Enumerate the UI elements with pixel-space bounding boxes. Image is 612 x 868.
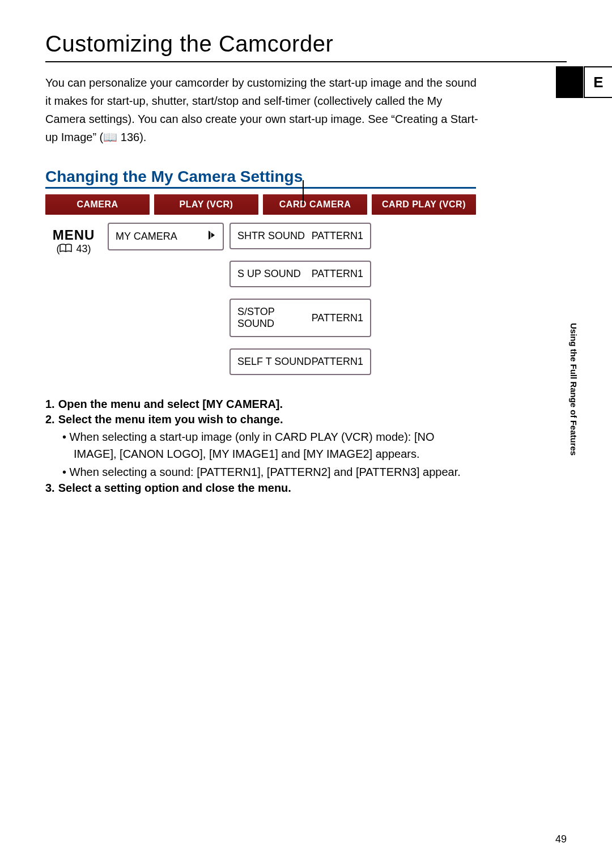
side-section-label: Using the Full Range of Features	[561, 323, 578, 459]
step-text: Open the menu and select [MY CAMERA].	[58, 398, 283, 410]
menu-item-name: SELF T SOUND	[237, 356, 311, 368]
menu-item-selft: SELF T SOUND PATTERN1	[230, 348, 371, 375]
page-title: Customizing the Camcorder	[45, 31, 567, 62]
menu-item-sstop: S/STOP SOUND PATTERN1	[230, 299, 371, 337]
menu-item-value: PATTERN1	[312, 230, 363, 242]
mode-row: CAMERA PLAY (VCR) CARD CAMERA CARD PLAY …	[45, 194, 476, 215]
step-num: 1.	[45, 398, 55, 410]
menu-item-value: PATTERN1	[312, 312, 363, 324]
menu-page-ref: ( 43)	[45, 243, 102, 255]
step-text: Select the menu item you wish to change.	[58, 413, 283, 426]
step-num: 3.	[45, 482, 55, 494]
mode-play-vcr: PLAY (VCR)	[154, 194, 258, 215]
menu-item-value: PATTERN1	[312, 356, 363, 368]
step-2: 2.Select the menu item you wish to chang…	[45, 413, 476, 426]
step-1: 1.Open the menu and select [MY CAMERA].	[45, 398, 476, 411]
steps: 1.Open the menu and select [MY CAMERA]. …	[45, 398, 476, 495]
menu-col1: MY CAMERA	[108, 223, 224, 386]
step-num: 2.	[45, 413, 55, 426]
menu-label: MENU	[45, 227, 102, 243]
menu-item-sup: S UP SOUND PATTERN1	[230, 261, 371, 287]
chevron-right-icon	[208, 230, 216, 243]
step-3: 3.Select a setting option and close the …	[45, 482, 476, 495]
menu-col2: SHTR SOUND PATTERN1 S UP SOUND PATTERN1 …	[230, 223, 371, 386]
menu-item-name: S UP SOUND	[237, 268, 301, 280]
menu-item-shtr: SHTR SOUND PATTERN1	[230, 223, 371, 249]
menu-my-camera-label: MY CAMERA	[116, 231, 177, 242]
section-heading: Changing the My Camera Settings	[45, 168, 476, 189]
menu-item-value: PATTERN1	[312, 268, 363, 280]
mode-card-camera: CARD CAMERA	[263, 194, 367, 215]
language-e-tab: E	[584, 66, 612, 98]
step-2a: • When selecting a start-up image (only …	[62, 428, 476, 462]
mode-camera: CAMERA	[45, 194, 150, 215]
side-black-bar	[556, 66, 583, 98]
mode-card-play-vcr: CARD PLAY (VCR)	[372, 194, 476, 215]
mode-separator-line	[303, 180, 304, 204]
step-2b: • When selecting a sound: [PATTERN1], [P…	[62, 463, 476, 480]
page-number: 49	[555, 833, 567, 845]
menu-item-name: SHTR SOUND	[237, 230, 305, 242]
menu-label-column: MENU ( 43)	[45, 223, 102, 386]
book-icon	[60, 244, 72, 253]
step-text: Select a setting option and close the me…	[58, 482, 291, 494]
menu-item-name: S/STOP SOUND	[237, 306, 312, 330]
menu-page-num: 43	[76, 243, 87, 254]
menu-area: MENU ( 43) MY CAMERA SHTR SOUND PATTERN1…	[45, 223, 567, 386]
menu-my-camera: MY CAMERA	[108, 223, 224, 250]
intro-paragraph: You can personalize your camcorder by cu…	[45, 74, 482, 146]
